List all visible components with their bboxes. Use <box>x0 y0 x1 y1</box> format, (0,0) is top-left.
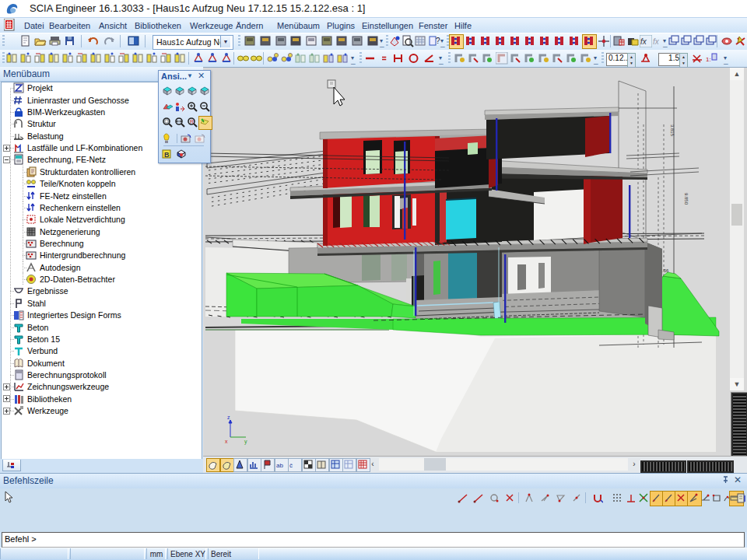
svg-text:fx: fx <box>653 37 660 46</box>
svg-text:9.850: 9.850 <box>684 193 689 205</box>
svg-text:3.815: 3.815 <box>670 124 675 137</box>
svg-text:fx: fx <box>640 37 647 46</box>
svg-text:1:: 1: <box>706 56 711 63</box>
svg-text:ab: ab <box>276 462 283 469</box>
svg-text:R: R <box>190 119 194 124</box>
svg-text:č: č <box>289 462 293 469</box>
svg-text:z: z <box>227 415 230 420</box>
svg-text:B: B <box>164 151 170 159</box>
svg-text:y: y <box>244 439 247 445</box>
svg-text:x: x <box>225 439 228 444</box>
